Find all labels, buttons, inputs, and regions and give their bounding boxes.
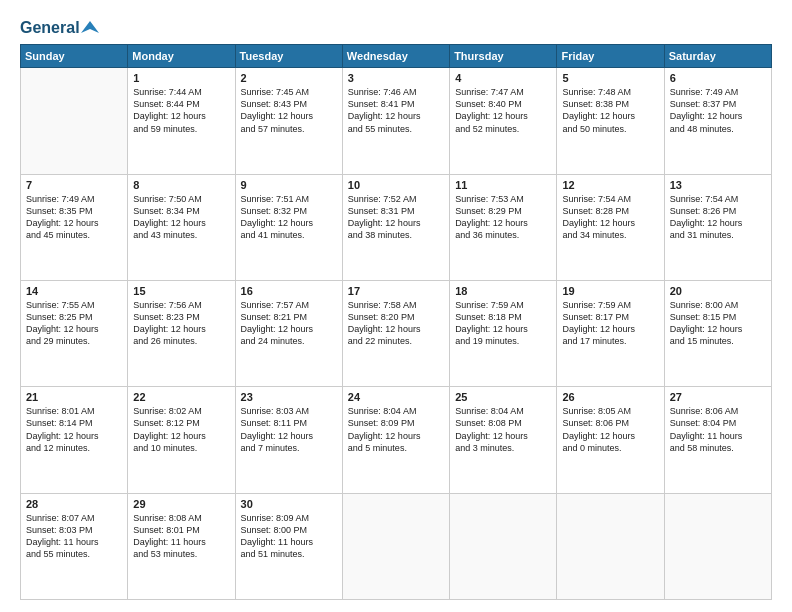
day-number: 26: [562, 391, 658, 403]
cell-info: Sunrise: 7:51 AMSunset: 8:32 PMDaylight:…: [241, 193, 337, 242]
cell-info: Sunrise: 7:49 AMSunset: 8:37 PMDaylight:…: [670, 86, 766, 135]
cell-info: Sunrise: 7:54 AMSunset: 8:26 PMDaylight:…: [670, 193, 766, 242]
calendar-cell: 3Sunrise: 7:46 AMSunset: 8:41 PMDaylight…: [342, 68, 449, 174]
calendar-cell: 14Sunrise: 7:55 AMSunset: 8:25 PMDayligh…: [21, 280, 128, 386]
day-number: 8: [133, 179, 229, 191]
cell-info: Sunrise: 7:58 AMSunset: 8:20 PMDaylight:…: [348, 299, 444, 348]
cell-info: Sunrise: 7:56 AMSunset: 8:23 PMDaylight:…: [133, 299, 229, 348]
logo-general: General: [20, 18, 80, 37]
cell-info: Sunrise: 7:49 AMSunset: 8:35 PMDaylight:…: [26, 193, 122, 242]
cell-info: Sunrise: 8:05 AMSunset: 8:06 PMDaylight:…: [562, 405, 658, 454]
cell-info: Sunrise: 7:48 AMSunset: 8:38 PMDaylight:…: [562, 86, 658, 135]
day-number: 24: [348, 391, 444, 403]
calendar-cell: 20Sunrise: 8:00 AMSunset: 8:15 PMDayligh…: [664, 280, 771, 386]
calendar-cell: 6Sunrise: 7:49 AMSunset: 8:37 PMDaylight…: [664, 68, 771, 174]
cell-info: Sunrise: 7:59 AMSunset: 8:17 PMDaylight:…: [562, 299, 658, 348]
cell-info: Sunrise: 8:02 AMSunset: 8:12 PMDaylight:…: [133, 405, 229, 454]
calendar-cell: 13Sunrise: 7:54 AMSunset: 8:26 PMDayligh…: [664, 174, 771, 280]
day-number: 18: [455, 285, 551, 297]
calendar-cell: 21Sunrise: 8:01 AMSunset: 8:14 PMDayligh…: [21, 387, 128, 493]
cell-info: Sunrise: 7:45 AMSunset: 8:43 PMDaylight:…: [241, 86, 337, 135]
day-number: 23: [241, 391, 337, 403]
calendar-cell: 12Sunrise: 7:54 AMSunset: 8:28 PMDayligh…: [557, 174, 664, 280]
cell-info: Sunrise: 8:01 AMSunset: 8:14 PMDaylight:…: [26, 405, 122, 454]
day-number: 25: [455, 391, 551, 403]
column-header-saturday: Saturday: [664, 45, 771, 68]
calendar-cell: 15Sunrise: 7:56 AMSunset: 8:23 PMDayligh…: [128, 280, 235, 386]
day-number: 2: [241, 72, 337, 84]
calendar-cell: [450, 493, 557, 599]
logo: General: [20, 18, 99, 34]
cell-info: Sunrise: 8:04 AMSunset: 8:09 PMDaylight:…: [348, 405, 444, 454]
day-number: 12: [562, 179, 658, 191]
calendar-cell: 7Sunrise: 7:49 AMSunset: 8:35 PMDaylight…: [21, 174, 128, 280]
calendar-cell: 27Sunrise: 8:06 AMSunset: 8:04 PMDayligh…: [664, 387, 771, 493]
day-number: 1: [133, 72, 229, 84]
cell-info: Sunrise: 7:44 AMSunset: 8:44 PMDaylight:…: [133, 86, 229, 135]
day-number: 3: [348, 72, 444, 84]
cell-info: Sunrise: 7:59 AMSunset: 8:18 PMDaylight:…: [455, 299, 551, 348]
day-number: 17: [348, 285, 444, 297]
day-number: 27: [670, 391, 766, 403]
calendar-week-row: 14Sunrise: 7:55 AMSunset: 8:25 PMDayligh…: [21, 280, 772, 386]
day-number: 4: [455, 72, 551, 84]
day-number: 9: [241, 179, 337, 191]
calendar-cell: 9Sunrise: 7:51 AMSunset: 8:32 PMDaylight…: [235, 174, 342, 280]
svg-marker-0: [81, 21, 99, 33]
calendar-cell: 5Sunrise: 7:48 AMSunset: 8:38 PMDaylight…: [557, 68, 664, 174]
day-number: 14: [26, 285, 122, 297]
day-number: 22: [133, 391, 229, 403]
calendar-week-row: 28Sunrise: 8:07 AMSunset: 8:03 PMDayligh…: [21, 493, 772, 599]
column-header-tuesday: Tuesday: [235, 45, 342, 68]
calendar-cell: 26Sunrise: 8:05 AMSunset: 8:06 PMDayligh…: [557, 387, 664, 493]
calendar-week-row: 7Sunrise: 7:49 AMSunset: 8:35 PMDaylight…: [21, 174, 772, 280]
calendar-cell: 30Sunrise: 8:09 AMSunset: 8:00 PMDayligh…: [235, 493, 342, 599]
cell-info: Sunrise: 8:04 AMSunset: 8:08 PMDaylight:…: [455, 405, 551, 454]
calendar-cell: 2Sunrise: 7:45 AMSunset: 8:43 PMDaylight…: [235, 68, 342, 174]
day-number: 21: [26, 391, 122, 403]
calendar-week-row: 1Sunrise: 7:44 AMSunset: 8:44 PMDaylight…: [21, 68, 772, 174]
calendar-cell: 19Sunrise: 7:59 AMSunset: 8:17 PMDayligh…: [557, 280, 664, 386]
cell-info: Sunrise: 7:55 AMSunset: 8:25 PMDaylight:…: [26, 299, 122, 348]
calendar-week-row: 21Sunrise: 8:01 AMSunset: 8:14 PMDayligh…: [21, 387, 772, 493]
calendar-header-row: SundayMondayTuesdayWednesdayThursdayFrid…: [21, 45, 772, 68]
calendar-cell: 17Sunrise: 7:58 AMSunset: 8:20 PMDayligh…: [342, 280, 449, 386]
column-header-wednesday: Wednesday: [342, 45, 449, 68]
day-number: 30: [241, 498, 337, 510]
calendar-cell: 8Sunrise: 7:50 AMSunset: 8:34 PMDaylight…: [128, 174, 235, 280]
calendar-cell: [21, 68, 128, 174]
calendar-cell: [664, 493, 771, 599]
calendar-cell: 4Sunrise: 7:47 AMSunset: 8:40 PMDaylight…: [450, 68, 557, 174]
cell-info: Sunrise: 7:57 AMSunset: 8:21 PMDaylight:…: [241, 299, 337, 348]
day-number: 28: [26, 498, 122, 510]
day-number: 7: [26, 179, 122, 191]
header: General: [20, 18, 772, 34]
cell-info: Sunrise: 7:53 AMSunset: 8:29 PMDaylight:…: [455, 193, 551, 242]
column-header-friday: Friday: [557, 45, 664, 68]
calendar-cell: [342, 493, 449, 599]
calendar-cell: [557, 493, 664, 599]
calendar-cell: 23Sunrise: 8:03 AMSunset: 8:11 PMDayligh…: [235, 387, 342, 493]
day-number: 6: [670, 72, 766, 84]
calendar-cell: 24Sunrise: 8:04 AMSunset: 8:09 PMDayligh…: [342, 387, 449, 493]
calendar-table: SundayMondayTuesdayWednesdayThursdayFrid…: [20, 44, 772, 600]
cell-info: Sunrise: 7:46 AMSunset: 8:41 PMDaylight:…: [348, 86, 444, 135]
page: General SundayMondayTuesdayWednesdayThur…: [0, 0, 792, 612]
cell-info: Sunrise: 8:03 AMSunset: 8:11 PMDaylight:…: [241, 405, 337, 454]
day-number: 11: [455, 179, 551, 191]
calendar-cell: 22Sunrise: 8:02 AMSunset: 8:12 PMDayligh…: [128, 387, 235, 493]
column-header-sunday: Sunday: [21, 45, 128, 68]
cell-info: Sunrise: 8:06 AMSunset: 8:04 PMDaylight:…: [670, 405, 766, 454]
calendar-cell: 29Sunrise: 8:08 AMSunset: 8:01 PMDayligh…: [128, 493, 235, 599]
cell-info: Sunrise: 8:07 AMSunset: 8:03 PMDaylight:…: [26, 512, 122, 561]
cell-info: Sunrise: 7:52 AMSunset: 8:31 PMDaylight:…: [348, 193, 444, 242]
cell-info: Sunrise: 7:54 AMSunset: 8:28 PMDaylight:…: [562, 193, 658, 242]
calendar-cell: 11Sunrise: 7:53 AMSunset: 8:29 PMDayligh…: [450, 174, 557, 280]
day-number: 16: [241, 285, 337, 297]
day-number: 15: [133, 285, 229, 297]
calendar-cell: 1Sunrise: 7:44 AMSunset: 8:44 PMDaylight…: [128, 68, 235, 174]
cell-info: Sunrise: 8:00 AMSunset: 8:15 PMDaylight:…: [670, 299, 766, 348]
calendar-cell: 25Sunrise: 8:04 AMSunset: 8:08 PMDayligh…: [450, 387, 557, 493]
logo-bird-icon: [81, 19, 99, 37]
cell-info: Sunrise: 7:47 AMSunset: 8:40 PMDaylight:…: [455, 86, 551, 135]
